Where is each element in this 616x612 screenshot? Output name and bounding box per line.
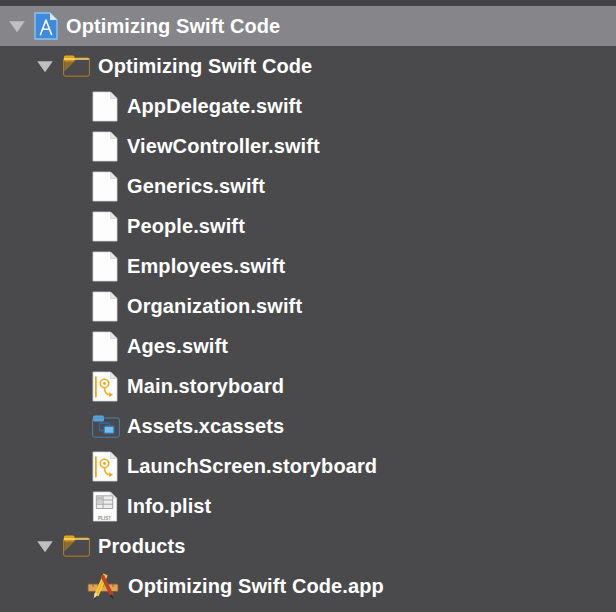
row-label: Optimizing Swift Code.app xyxy=(128,575,384,598)
file-row-info-plist[interactable]: Info.plist xyxy=(0,486,616,526)
storyboard-file-icon xyxy=(92,371,118,402)
file-row-organization-swift[interactable]: Organization.swift xyxy=(0,286,616,326)
row-label: Organization.swift xyxy=(127,295,302,318)
swift-file-icon xyxy=(92,171,118,202)
row-label: Info.plist xyxy=(127,495,211,518)
row-label: Generics.swift xyxy=(127,175,265,198)
file-row-launchscreen-storyboard[interactable]: LaunchScreen.storyboard xyxy=(0,446,616,486)
plist-file-icon xyxy=(92,491,118,522)
disclosure-triangle[interactable] xyxy=(8,19,26,34)
storyboard-file-icon xyxy=(92,451,118,482)
swift-file-icon xyxy=(92,211,118,242)
row-label: Optimizing Swift Code xyxy=(66,15,280,38)
xcodeproj-icon xyxy=(33,11,59,41)
file-row-assets-xcassets[interactable]: Assets.xcassets xyxy=(0,406,616,446)
row-label: ViewController.swift xyxy=(127,135,320,158)
group-row-optimizing-swift-code[interactable]: Optimizing Swift Code xyxy=(0,46,616,86)
folder-icon xyxy=(63,535,90,557)
swift-file-icon xyxy=(92,251,118,282)
file-row-employees-swift[interactable]: Employees.swift xyxy=(0,246,616,286)
row-label: Main.storyboard xyxy=(127,375,284,398)
group-row-products[interactable]: Products xyxy=(0,526,616,566)
row-label: Ages.swift xyxy=(127,335,228,358)
row-label: AppDelegate.swift xyxy=(127,95,302,118)
disclosure-triangle[interactable] xyxy=(36,539,54,554)
row-label: People.swift xyxy=(127,215,245,238)
row-label: Assets.xcassets xyxy=(127,415,284,438)
row-label: Employees.swift xyxy=(127,255,285,278)
file-row-optimizing-swift-code-app[interactable]: Optimizing Swift Code.app xyxy=(0,566,616,606)
swift-file-icon xyxy=(92,91,118,122)
file-row-generics-swift[interactable]: Generics.swift xyxy=(0,166,616,206)
swift-file-icon xyxy=(92,291,118,322)
file-row-main-storyboard[interactable]: Main.storyboard xyxy=(0,366,616,406)
file-row-ages-swift[interactable]: Ages.swift xyxy=(0,326,616,366)
row-label: LaunchScreen.storyboard xyxy=(127,455,377,478)
swift-file-icon xyxy=(92,331,118,362)
file-row-appdelegate-swift[interactable]: AppDelegate.swift xyxy=(0,86,616,126)
project-navigator: Optimizing Swift Code Optimizing Swift C… xyxy=(0,0,616,612)
swift-file-icon xyxy=(92,131,118,162)
row-label: Products xyxy=(98,535,185,558)
file-row-people-swift[interactable]: People.swift xyxy=(0,206,616,246)
file-row-viewcontroller-swift[interactable]: ViewController.swift xyxy=(0,126,616,166)
app-product-icon xyxy=(86,571,120,602)
disclosure-triangle[interactable] xyxy=(36,59,54,74)
folder-icon xyxy=(63,55,90,77)
row-label: Optimizing Swift Code xyxy=(98,55,312,78)
project-row[interactable]: Optimizing Swift Code xyxy=(0,6,616,46)
asset-catalog-icon xyxy=(92,415,120,438)
